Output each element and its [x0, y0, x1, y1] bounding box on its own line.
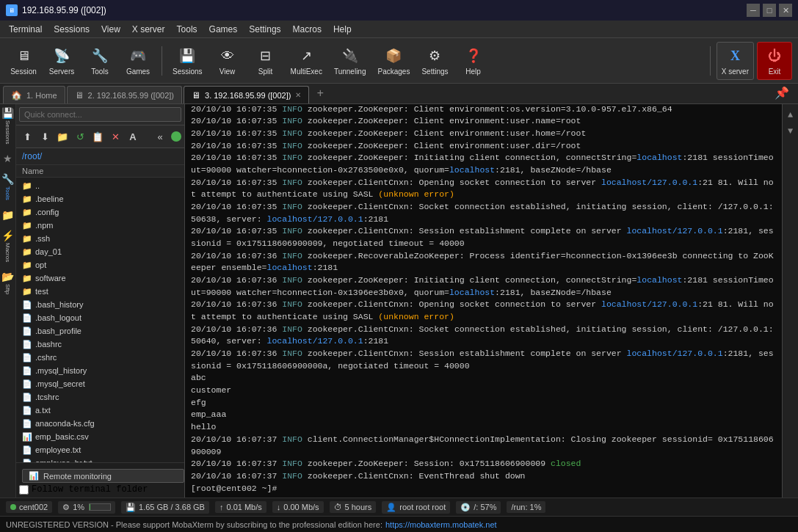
tree-item-label: .. — [35, 181, 40, 190]
tree-item-label: .bash_profile — [35, 327, 81, 335]
tree-item-tcshrc[interactable]: 📄 .tcshrc — [16, 390, 184, 404]
tools-icon: 🔧 — [90, 45, 110, 66]
tree-item-anaconda[interactable]: 📄 anaconda-ks.cfg — [16, 417, 184, 430]
follow-terminal-checkbox-area[interactable]: Follow terminal folder — [19, 484, 181, 495]
sidebar-collapse-btn[interactable]: « — [152, 128, 168, 145]
toolbar-sep2 — [710, 46, 711, 76]
tree-item-atxt[interactable]: 📄 a.txt — [16, 404, 184, 417]
tree-item-opt[interactable]: 📁 opt — [16, 258, 184, 272]
tab-pin-button[interactable]: 📌 — [769, 83, 795, 103]
toolbar-xserver-label: X server — [722, 68, 749, 76]
toolbar-tools[interactable]: 🔧 Tools — [82, 42, 117, 80]
maximize-button[interactable]: □ — [763, 4, 776, 17]
toolbar-view[interactable]: 👁 View — [210, 42, 245, 80]
tree-item-emp-csv[interactable]: 📊 emp_basic.csv — [16, 430, 184, 443]
sidebar-tab-macros[interactable]: ⚡ Macros — [1, 230, 15, 262]
tree-item-parent[interactable]: 📁 .. — [16, 179, 184, 192]
status-server-dot — [10, 504, 16, 510]
menu-view[interactable]: View — [95, 23, 126, 36]
toolbar-split[interactable]: ⊟ Split — [248, 42, 283, 80]
tree-item-bash-history[interactable]: 📄 .bash_history — [16, 298, 184, 311]
right-panel-scroll-up[interactable]: ▲ — [784, 109, 797, 122]
tunneling-icon: 🔌 — [340, 45, 360, 66]
tree-item-config[interactable]: 📁 .config — [16, 205, 184, 219]
cpu-value: 1% — [73, 503, 84, 511]
menu-sessions[interactable]: Sessions — [48, 23, 95, 36]
sidebar-download-btn[interactable]: ⬇ — [37, 128, 53, 145]
sidebar-tab-tools[interactable]: 🔧 Tools — [1, 173, 15, 200]
terminal-line: [root@cent002 ~]# — [191, 483, 776, 495]
tree-item-employee-txt[interactable]: 📄 employee.txt — [16, 443, 184, 456]
tab-add-button[interactable]: + — [311, 84, 330, 103]
toolbar-packages[interactable]: 📦 Packages — [374, 42, 415, 80]
toolbar-games[interactable]: 🎮 Games — [120, 42, 156, 80]
sidebar-new-folder-btn[interactable]: 📁 — [54, 128, 70, 145]
toolbar-exit[interactable]: ⏻ Exit — [757, 42, 792, 80]
menu-macros[interactable]: Macros — [287, 23, 327, 36]
close-button[interactable]: ✕ — [779, 4, 792, 17]
toolbar-settings[interactable]: ⚙ Settings — [417, 42, 452, 80]
menu-tools[interactable]: Tools — [171, 23, 203, 36]
quick-connect-input[interactable] — [19, 107, 181, 122]
sidebar-tab-files[interactable]: 📁 — [1, 209, 15, 221]
toolbar-tunneling[interactable]: 🔌 Tunneling — [330, 42, 371, 80]
tab-session3-close[interactable]: ✕ — [295, 91, 301, 99]
toolbar-sessions[interactable]: 💾 Sessions — [168, 42, 207, 80]
sidebar-upload-btn[interactable]: ⬆ — [19, 128, 35, 145]
tree-item-ssh[interactable]: 📁 .ssh — [16, 232, 184, 245]
tab-session3[interactable]: 🖥 3. 192.168.95.99 ([002]) ✕ — [184, 86, 309, 103]
sidebar-copy-btn[interactable]: 📋 — [90, 128, 106, 145]
menu-xserver[interactable]: X server — [126, 23, 171, 36]
menu-games[interactable]: Games — [203, 23, 244, 36]
tree-item-bash-profile[interactable]: 📄 .bash_profile — [16, 324, 184, 338]
toolbar-help[interactable]: ❓ Help — [456, 42, 491, 80]
packages-icon: 📦 — [383, 45, 404, 66]
split-icon: ⊟ — [255, 45, 276, 66]
unregistered-link[interactable]: https://mobaxterm.mobatek.net — [385, 520, 497, 529]
sidebar-tab-favorites[interactable]: ★ — [1, 153, 15, 164]
tree-item-employee-hr[interactable]: 📄 employee_hr.txt — [16, 456, 184, 462]
toolbar-multiexec[interactable]: ↗ MultiExec — [286, 42, 327, 80]
tree-item-npm[interactable]: 📁 .npm — [16, 219, 184, 232]
tree-item-cshrc[interactable]: 📄 .cshrc — [16, 351, 184, 364]
status-time: ⏱ 5 hours — [330, 501, 377, 513]
toolbar-sessions-label: Sessions — [173, 68, 203, 76]
toolbar-session[interactable]: 🖥 Session — [6, 42, 41, 80]
exit-icon: ⏻ — [764, 45, 785, 66]
sidebar-refresh-btn[interactable]: ↺ — [72, 128, 88, 145]
remote-monitoring-button[interactable]: 📊 Remote monitoring — [22, 469, 184, 483]
tree-item-beeline[interactable]: 📁 .beeline — [16, 192, 184, 205]
games-icon: 🎮 — [128, 45, 148, 66]
follow-terminal-checkbox[interactable] — [19, 485, 29, 495]
tree-item-day01[interactable]: 📁 day_01 — [16, 245, 184, 258]
sidebar-tab-sftp[interactable]: 📂 Sftp — [1, 271, 15, 294]
tree-item-label: day_01 — [35, 247, 62, 256]
menu-terminal[interactable]: Terminal — [3, 23, 48, 36]
menu-settings[interactable]: Settings — [243, 23, 286, 36]
file-icon: 📄 — [22, 300, 32, 310]
toolbar-xserver[interactable]: X X server — [717, 42, 754, 80]
tree-item-bash-logout[interactable]: 📄 .bash_logout — [16, 311, 184, 324]
tree-item-mysql-secret[interactable]: 📄 .mysql_secret — [16, 377, 184, 390]
toolbar-servers[interactable]: 📡 Servers — [44, 42, 79, 80]
menu-help[interactable]: Help — [327, 23, 358, 36]
terminal-line: 20/10/10 16:07:35 INFO zookeeper.ZooKeep… — [191, 152, 776, 176]
file-icon: 📊 — [22, 432, 32, 442]
sidebar-tab-sessions[interactable]: 💾 Sessions — [1, 107, 15, 144]
tree-item-label: .bash_history — [35, 300, 83, 309]
tree-item-software[interactable]: 📁 software — [16, 272, 184, 285]
folder-icon: 📁 — [22, 260, 32, 270]
tree-item-label: .tcshrc — [35, 393, 59, 401]
right-panel-scroll-down[interactable]: ▼ — [784, 125, 797, 138]
tree-item-label: employee.txt — [35, 445, 81, 454]
minimize-button[interactable]: ─ — [747, 4, 760, 17]
sidebar-delete-btn[interactable]: ✕ — [107, 128, 123, 145]
tree-item-bashrc[interactable]: 📄 .bashrc — [16, 338, 184, 351]
tab-session2[interactable]: 🖥 2. 192.168.95.99 ([002]) — [67, 86, 182, 103]
tree-item-mysql-history[interactable]: 📄 .mysql_history — [16, 364, 184, 377]
tab-home[interactable]: 🏠 1. Home — [3, 86, 65, 103]
terminal-output[interactable]: 20/10/10 16:07:35 INFO zookeeper.ZooKeep… — [185, 104, 782, 498]
tree-item-test[interactable]: 📁 test — [16, 285, 184, 298]
toolbar-servers-label: Servers — [49, 68, 74, 76]
sidebar-rename-btn[interactable]: A — [125, 128, 141, 145]
